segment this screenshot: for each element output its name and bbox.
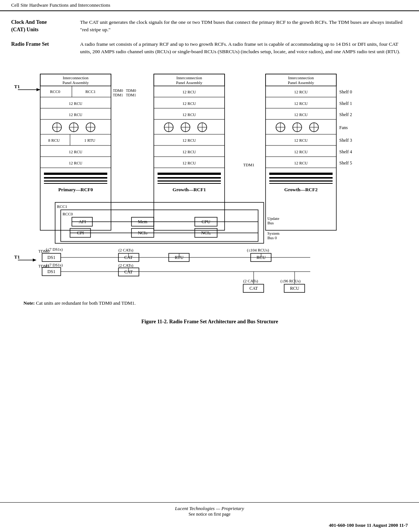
svg-text:(≤7 DS1s): (≤7 DS1s)	[46, 247, 63, 252]
svg-text:RCC0: RCC0	[50, 89, 60, 94]
svg-text:(≤104 RCUs): (≤104 RCUs)	[247, 248, 269, 253]
svg-text:Note:
           Cat units are: Note: Cat units are redundant for both T…	[23, 300, 136, 306]
svg-rect-37	[44, 177, 107, 179]
svg-rect-38	[44, 180, 107, 182]
svg-text:TDM1: TDM1	[113, 93, 123, 97]
svg-text:DS1: DS1	[47, 269, 55, 274]
svg-rect-71	[158, 177, 221, 179]
diagram-area: T1 Interconnection Panel Assembly RCC0 R…	[11, 63, 408, 368]
svg-text:Shelf 5: Shelf 5	[339, 160, 352, 166]
svg-text:12 RCU: 12 RCU	[69, 150, 82, 154]
svg-text:TDM1: TDM1	[243, 163, 254, 167]
svg-text:Figure 11-2.    Radio Frame Se: Figure 11-2. Radio Frame Set Architectur…	[141, 319, 278, 324]
svg-text:12 RCU: 12 RCU	[294, 150, 307, 154]
svg-text:8 RCU: 8 RCU	[48, 138, 60, 142]
svg-text:12 RCU: 12 RCU	[69, 112, 82, 117]
svg-rect-104	[269, 177, 333, 179]
svg-text:1 RTU: 1 RTU	[84, 138, 95, 142]
svg-text:(2 CATs): (2 CATs)	[118, 248, 133, 253]
cat-body: The CAT unit generates the clock signals…	[80, 19, 408, 34]
svg-text:Shelf 4: Shelf 4	[339, 149, 352, 154]
svg-text:(≤96 RCUs): (≤96 RCUs)	[280, 279, 301, 283]
svg-text:T1: T1	[14, 84, 20, 89]
svg-text:Shelf 3: Shelf 3	[339, 138, 352, 143]
svg-marker-139	[33, 259, 36, 262]
svg-text:Panel Assembly: Panel Assembly	[62, 80, 89, 85]
svg-text:Fans: Fans	[339, 125, 348, 130]
svg-text:TDM1: TDM1	[126, 93, 136, 97]
header-bar: Cell Site Hardware Functions and Interco…	[0, 0, 419, 11]
svg-text:12 RCU: 12 RCU	[69, 161, 82, 165]
svg-text:T1: T1	[14, 254, 20, 260]
svg-text:(2 CATs): (2 CATs)	[118, 263, 133, 268]
footer-line1: Lucent Technologies — Proprietary	[0, 506, 419, 512]
svg-text:12 RCU: 12 RCU	[182, 101, 196, 106]
svg-text:TDM0: TDM0	[126, 89, 136, 93]
header-title: Cell Site Hardware Functions and Interco…	[11, 2, 110, 8]
svg-text:12 RCU: 12 RCU	[182, 90, 196, 94]
rfs-label: Radio Frame Set	[11, 41, 80, 56]
svg-text:12 RCU: 12 RCU	[182, 161, 196, 165]
svg-rect-39	[44, 183, 107, 184]
svg-text:RCC1: RCC1	[57, 204, 67, 209]
svg-text:Bus: Bus	[267, 221, 274, 225]
svg-text:Panel Assembly: Panel Assembly	[176, 80, 202, 85]
page-container: Cell Site Hardware Functions and Interco…	[0, 0, 419, 532]
rfs-body: A radio frame set consists of a primary …	[80, 41, 408, 56]
svg-text:Update: Update	[267, 216, 279, 221]
svg-text:12 RCU: 12 RCU	[182, 138, 196, 142]
page-number: 401-660-100 Issue 11 August 2000 11-7	[329, 522, 408, 528]
svg-text:12 RCU: 12 RCU	[294, 161, 307, 165]
svg-text:Panel Assembly: Panel Assembly	[288, 80, 314, 85]
cat-label: Clock And Tone (CAT) Units	[11, 19, 80, 34]
svg-text:Interconnection: Interconnection	[176, 76, 202, 80]
svg-text:(2 CATs): (2 CATs)	[243, 279, 258, 283]
svg-text:RCC1: RCC1	[85, 89, 96, 94]
svg-text:12 RCU: 12 RCU	[294, 112, 307, 117]
svg-text:12 RCU: 12 RCU	[294, 138, 307, 142]
svg-text:RCU: RCU	[290, 286, 299, 291]
main-diagram: T1 Interconnection Panel Assembly RCC0 R…	[12, 63, 407, 368]
svg-text:12 RCU: 12 RCU	[294, 101, 307, 106]
svg-text:System: System	[267, 231, 280, 235]
svg-text:Bus 0: Bus 0	[267, 235, 277, 240]
svg-text:12 RCU: 12 RCU	[294, 90, 307, 94]
svg-text:CAT: CAT	[249, 286, 258, 291]
svg-rect-105	[269, 180, 333, 182]
svg-text:DS1: DS1	[47, 255, 55, 260]
main-content: Clock And Tone (CAT) Units The CAT unit …	[0, 11, 419, 375]
svg-text:(≤7 DS1s): (≤7 DS1s)	[46, 263, 63, 267]
svg-rect-103	[269, 173, 333, 175]
svg-text:TDM0: TDM0	[113, 89, 123, 93]
svg-text:Shelf 1: Shelf 1	[339, 101, 352, 106]
svg-rect-73	[158, 183, 221, 184]
svg-text:12 RCU: 12 RCU	[182, 112, 196, 117]
rfs-section: Radio Frame Set A radio frame set consis…	[11, 41, 408, 56]
svg-text:Shelf 2: Shelf 2	[339, 112, 352, 117]
svg-text:RCC0: RCC0	[63, 212, 73, 216]
svg-text:Growth—RCF2: Growth—RCF2	[284, 187, 317, 192]
svg-rect-36	[44, 173, 107, 175]
svg-rect-72	[158, 180, 221, 182]
svg-rect-106	[269, 183, 333, 184]
svg-text:Shelf 0: Shelf 0	[339, 89, 352, 94]
svg-rect-70	[158, 173, 221, 175]
cat-section: Clock And Tone (CAT) Units The CAT unit …	[11, 19, 408, 34]
svg-text:Interconnection: Interconnection	[63, 76, 89, 80]
svg-text:Interconnection: Interconnection	[288, 76, 314, 80]
svg-text:Growth—RCF1: Growth—RCF1	[172, 187, 206, 192]
footer-line2: See notice on first page	[0, 512, 419, 517]
svg-text:12 RCU: 12 RCU	[182, 150, 196, 154]
svg-text:12 RCU: 12 RCU	[69, 101, 82, 106]
svg-text:Primary—RCF0: Primary—RCF0	[58, 187, 93, 192]
